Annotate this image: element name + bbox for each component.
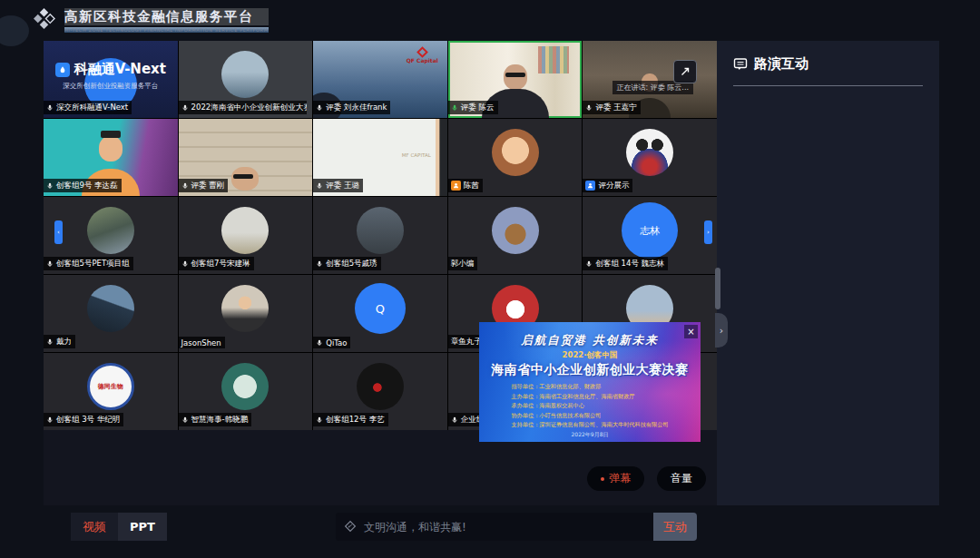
- participant-label: 创客组 14号 魏志林: [583, 257, 668, 270]
- avatar: [221, 285, 269, 332]
- avatar: [492, 129, 539, 176]
- comment-bubble-icon: [733, 57, 748, 72]
- civility-badge-icon: [344, 520, 357, 533]
- platform-logo: 高新区科技金融信息服务平台 HI-TECH ZONE TECHNOLOGY FI…: [32, 8, 269, 33]
- chat-input[interactable]: [336, 513, 653, 541]
- qf-diamond-icon: [416, 46, 428, 58]
- avatar: [87, 285, 134, 332]
- fullscreen-button[interactable]: [673, 60, 697, 83]
- video-tile: 志林 创客组 14号 魏志林: [583, 197, 717, 274]
- mic-icon: [585, 260, 593, 268]
- video-tile: 2022海南省中小企业创新创业大赛: [179, 41, 313, 118]
- person-figure: [231, 167, 259, 191]
- video-tile: 智慧海事-韩晓鹏: [179, 353, 313, 430]
- tab-video[interactable]: 视频: [71, 513, 118, 541]
- participant-label: 智慧海事-韩晓鹏: [179, 413, 252, 426]
- chevron-right-icon: ›: [720, 325, 723, 337]
- participant-label: 郭小编: [448, 257, 478, 270]
- close-icon: ×: [687, 327, 694, 337]
- poster-line: 支持单位：深圳证券信息有限公司、海南大牛时代科技有限公司: [511, 420, 668, 430]
- kerongtong-brand: 科融通V-Next: [44, 61, 178, 78]
- sidebar-header: 路演互动: [717, 41, 939, 73]
- video-tile: 评委 曹刚: [179, 119, 313, 196]
- mic-icon: [585, 104, 593, 112]
- mic-icon: [316, 339, 323, 347]
- video-tile: JasonShen: [179, 275, 313, 352]
- avatar-logo: 德同生物: [87, 363, 134, 410]
- participant-label: 创客组12号 李艺: [313, 413, 388, 426]
- sidebar-collapse-handle[interactable]: ›: [715, 313, 728, 348]
- avatar-initials: 志林: [622, 202, 678, 259]
- mic-icon: [316, 104, 323, 112]
- mf-capital-watermark: MF CAPITAL: [402, 152, 431, 158]
- poster-date: 2022年9月8日: [479, 431, 701, 439]
- mic-icon: [46, 416, 54, 424]
- participant-label: 评委 陈云: [448, 101, 498, 114]
- sidebar-title: 路演互动: [754, 55, 808, 73]
- view-tabs: 视频 PPT: [71, 513, 167, 541]
- mic-icon: [316, 260, 323, 268]
- video-tile: 创客组7号宋建琳: [179, 197, 313, 274]
- mic-active-icon: [451, 104, 458, 112]
- avatar: [357, 363, 404, 410]
- diamond-logo-icon: [32, 8, 56, 33]
- droplet-icon: [55, 63, 70, 77]
- avatar: [221, 51, 269, 98]
- participant-label: 评委 王璐: [313, 179, 363, 192]
- participant-label: 2022海南省中小企业创新创业大赛: [179, 101, 308, 114]
- participant-label: 评委 王嘉宁: [583, 101, 640, 114]
- expand-icon: [679, 65, 691, 78]
- grid-scroll-right-button[interactable]: ›: [704, 220, 712, 244]
- danmaku-toggle-button[interactable]: 弹幕: [587, 466, 644, 491]
- video-tile: 创客组5号戚琇: [313, 197, 447, 274]
- mic-icon: [46, 338, 54, 346]
- attendee-badge-icon: [451, 181, 461, 191]
- grid-scroll-left-button[interactable]: ‹: [54, 220, 63, 244]
- participant-label: 创客组9号 李达磊: [44, 179, 122, 192]
- page-header: 高新区科技金融信息服务平台 HI-TECH ZONE TECHNOLOGY FI…: [0, 0, 980, 41]
- poster-line: 指导单位：工业和信息化部、财政部: [511, 382, 668, 392]
- mic-icon: [46, 104, 54, 112]
- person-figure: [99, 136, 122, 162]
- poster-close-button[interactable]: ×: [684, 325, 698, 338]
- poster-title: 海南省中小企业创新创业大赛决赛: [479, 362, 701, 378]
- volume-button[interactable]: 音量: [657, 466, 706, 491]
- video-tile: 德同生物 创客组 3号 华纪明: [44, 353, 178, 430]
- poster-brand: 2022·创客中国: [479, 350, 701, 361]
- participant-label: 陈茜: [448, 179, 483, 192]
- avatar: [87, 207, 134, 254]
- avatar: [626, 129, 673, 176]
- participant-label: JasonShen: [179, 337, 225, 348]
- participant-label: 深交所科融通V-Next: [44, 101, 132, 114]
- mic-icon: [181, 260, 189, 268]
- video-tile: 创客组9号 李达磊: [44, 119, 178, 196]
- participant-label: 评委 刘永佳frank: [313, 101, 390, 114]
- chevron-left-icon: ‹: [57, 229, 60, 236]
- poster-line: 承办单位：海南股权交易中心: [511, 401, 668, 411]
- video-tile: 评分展示: [583, 119, 717, 196]
- video-tile: QF Capital 评委 刘永佳frank: [313, 41, 447, 118]
- send-interact-button[interactable]: 互动: [653, 513, 697, 541]
- mic-icon: [181, 104, 189, 112]
- chat-bar: 互动: [336, 513, 697, 541]
- video-tile: 戴力: [44, 275, 178, 352]
- participant-label: 评委 曹刚: [179, 179, 229, 192]
- avatar-initials: Q: [355, 283, 406, 334]
- video-tile: 郭小编: [448, 197, 583, 274]
- event-poster-popup: 启航自贸港 共创新未来 2022·创客中国 海南省中小企业创新创业大赛决赛 指导…: [479, 322, 701, 442]
- participant-label: 创客组7号宋建琳: [179, 257, 254, 270]
- avatar: [357, 207, 404, 254]
- mic-icon: [46, 182, 54, 190]
- participant-label: QiTao: [313, 337, 350, 348]
- scrollbar-thumb[interactable]: [715, 268, 720, 309]
- poster-line: 主办单位：海南省工业和信息化厅、海南省财政厅: [511, 392, 668, 402]
- stream-controls: 弹幕 音量: [587, 466, 706, 491]
- video-tile-speaking: 评委 陈云: [448, 41, 583, 118]
- poster-line: 协办单位：小叮当信息技术有限公司: [511, 411, 668, 421]
- platform-subtitle: HI-TECH ZONE TECHNOLOGY FINANCIAL INFORM…: [64, 27, 269, 33]
- mic-icon: [451, 416, 458, 424]
- qf-capital-logo: QF Capital: [407, 48, 438, 64]
- video-tile: 创客组5号PET项目组: [44, 197, 178, 274]
- tab-ppt[interactable]: PPT: [118, 513, 167, 541]
- video-tile: 科融通V-Next 深交所创新创业投融资服务平台 深交所科融通V-Next: [44, 41, 178, 118]
